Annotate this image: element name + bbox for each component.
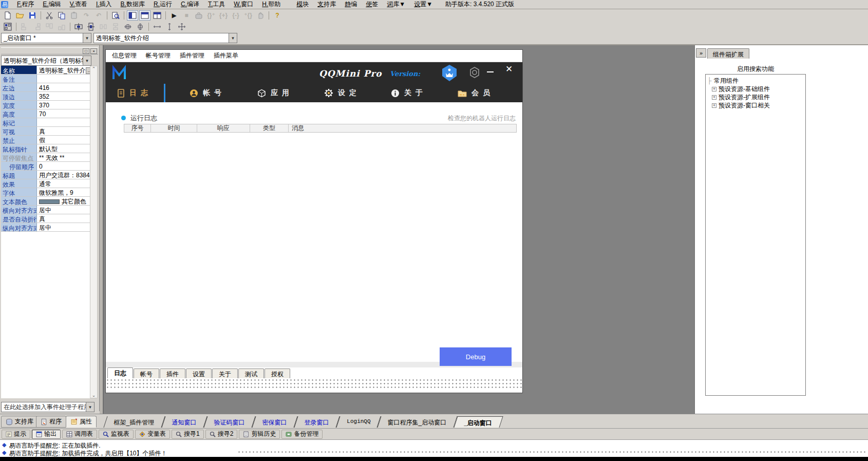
panel-restore-button[interactable]: □ (83, 48, 89, 54)
column-header-message[interactable]: 消息 (289, 124, 516, 132)
layout-split-button[interactable] (152, 10, 163, 21)
center-horizontal-button[interactable] (73, 22, 84, 32)
column-header-type[interactable]: 类型 (250, 124, 289, 132)
save-button[interactable] (27, 10, 38, 21)
same-width-gap-button[interactable] (98, 22, 109, 32)
property-row[interactable]: 名称 透明标签_软件介 … (1, 66, 90, 75)
form-menu-item-account[interactable]: 帐号管理 (146, 51, 171, 60)
same-height-gap-button[interactable] (110, 22, 121, 32)
tree-item-extended[interactable]: + 预设资源-扩展组件 (707, 93, 804, 101)
form-tab-about[interactable]: 关于 (212, 368, 238, 378)
designed-form-window[interactable]: 信息管理 帐号管理 插件管理 插件菜单 QQMini Pro Version: (105, 49, 523, 393)
form-menu-item-plugin[interactable]: 插件管理 (180, 51, 204, 60)
menu-item-static-compile[interactable]: 静编 (345, 0, 357, 9)
snap-grid-button[interactable] (2, 22, 13, 32)
output-tab-call-table[interactable]: 调用表 (62, 430, 97, 439)
menu-item-support-lib[interactable]: 支持库 (317, 0, 336, 9)
tab-component-box[interactable]: 组件箱扩展 (707, 48, 749, 59)
property-row[interactable]: 高度 70 (1, 109, 90, 118)
close-button[interactable]: ✕ (505, 64, 513, 75)
menu-item-edit[interactable]: E.编辑 (43, 0, 61, 9)
load-plugin-button[interactable] (193, 10, 204, 21)
menu-item-help[interactable]: H.帮助 (262, 0, 280, 9)
window-tab-login[interactable]: 登录窗口 (294, 416, 339, 428)
window-tab-startup[interactable]: _启动窗口 (454, 416, 503, 428)
find-button[interactable] (110, 10, 121, 21)
property-row[interactable]: 可视 真 (1, 127, 90, 136)
form-menu-item-info[interactable]: 信息管理 (112, 51, 137, 60)
form-tab-log[interactable]: 日志 (107, 367, 133, 378)
new-file-button[interactable] (2, 10, 13, 21)
window-tab-captcha[interactable]: 验证码窗口 (203, 416, 255, 428)
tab-support-lib[interactable]: 支持库 (1, 416, 38, 428)
vertical-splitter[interactable] (100, 45, 104, 414)
tree-item-common[interactable]: ├ 常用组件 (707, 77, 804, 85)
run-button[interactable]: ▶ (168, 10, 180, 21)
scroll-down-icon[interactable]: ⌄ (92, 393, 96, 398)
property-row[interactable]: 鼠标指针 默认型 (1, 144, 90, 153)
property-row[interactable]: 可停留焦点 ** 无效 ** (1, 153, 90, 162)
panel-expand-button[interactable]: » (696, 48, 706, 58)
property-row[interactable]: 纵向对齐方式 居中 (1, 223, 90, 232)
menu-item-database[interactable]: B.数据库 (121, 0, 145, 9)
same-size-button[interactable] (176, 22, 187, 32)
brace-close-button[interactable]: {-} (230, 10, 241, 21)
property-row[interactable]: 禁止 假 (1, 136, 90, 144)
ellipsis-button[interactable]: … (86, 67, 90, 74)
debug-button[interactable]: Debug (440, 347, 512, 366)
menu-item-window[interactable]: W.窗口 (234, 0, 253, 9)
property-scrollbar[interactable]: ⌃ ⌄ (90, 66, 98, 398)
nav-item-apps[interactable]: 应用 (257, 86, 293, 100)
property-row[interactable]: 停留顺序 0 (1, 162, 90, 171)
property-row[interactable]: 横向对齐方式 居中 (1, 206, 90, 214)
property-panel-header[interactable]: □ × (1, 47, 98, 54)
window-tab-notify[interactable]: 通知窗口 (161, 416, 207, 428)
vip-badge-icon[interactable] (441, 64, 458, 84)
property-row[interactable]: 标记 (1, 118, 90, 127)
nav-item-member[interactable]: 会员 (458, 86, 494, 100)
expand-plus-icon[interactable]: + (712, 87, 716, 91)
menu-item-run[interactable]: R.运行 (154, 0, 172, 9)
same-width-button[interactable] (152, 22, 163, 32)
output-tab-watch[interactable]: 监视表 (99, 430, 134, 439)
brace-open-button[interactable]: {+} (218, 10, 229, 21)
form-tab-plugin[interactable]: 插件 (160, 368, 185, 378)
property-row[interactable]: 左边 416 (1, 83, 90, 92)
property-row[interactable]: 是否自动折行 真 (1, 214, 90, 223)
menu-item-insert[interactable]: I.插入 (96, 0, 112, 9)
copy-button[interactable] (56, 10, 67, 21)
output-tab-search2[interactable]: 搜寻2 (205, 430, 238, 439)
tree-item-window[interactable]: + 预设资源-窗口相关 (707, 101, 804, 109)
center-vertical-button[interactable] (85, 22, 97, 32)
form-tab-license[interactable]: 授权 (265, 368, 290, 378)
undo-button[interactable]: ↶ (93, 10, 104, 21)
menu-item-notes[interactable]: 便签 (366, 0, 378, 9)
same-height-button[interactable] (164, 22, 175, 32)
property-row[interactable]: 标题 用户交流群：838469 (1, 171, 90, 179)
expand-plus-icon[interactable]: + (712, 95, 716, 100)
property-row[interactable]: 文本颜色 其它颜色 (1, 197, 90, 206)
output-tab-search1[interactable]: 搜寻1 (172, 430, 204, 439)
chevron-down-icon[interactable]: ▼ (86, 402, 94, 412)
output-tab-hint[interactable]: 提示 (2, 430, 30, 439)
menu-item-view[interactable]: V.查看 (70, 0, 87, 9)
layout-top-button[interactable] (139, 10, 150, 21)
chevron-down-icon[interactable]: ▼ (229, 33, 237, 43)
property-row[interactable]: 备注 (1, 75, 90, 83)
output-tab-clip-history[interactable]: 剪辑历史 (239, 430, 280, 439)
redo-button[interactable]: ↷ (81, 10, 92, 21)
align-left-button[interactable] (19, 22, 30, 32)
component-selector-combo[interactable]: 透明标签_软件介绍 ▼ (93, 33, 237, 43)
menu-item-dictionary[interactable]: 词库▼ (387, 0, 405, 9)
menu-item-settings[interactable]: 设置▼ (414, 0, 432, 9)
window-tab-loginqq[interactable]: LoginQQ (336, 416, 381, 428)
window-selector-combo[interactable]: _启动窗口 * ▼ (1, 33, 91, 43)
window-tab-framework[interactable]: 框架_插件管理 (103, 416, 165, 428)
tree-item-basic[interactable]: + 预设资源-基础组件 (707, 85, 804, 93)
chevron-down-icon[interactable]: ▼ (83, 33, 91, 43)
brace-run-button[interactable]: ⁺{} (242, 10, 254, 21)
settings-ring-icon[interactable] (468, 66, 481, 80)
property-row[interactable]: 顶边 352 (1, 92, 90, 101)
enable-search-button[interactable]: 启用搜索功能 (705, 65, 806, 73)
menu-item-module[interactable]: 模块 (296, 0, 309, 9)
